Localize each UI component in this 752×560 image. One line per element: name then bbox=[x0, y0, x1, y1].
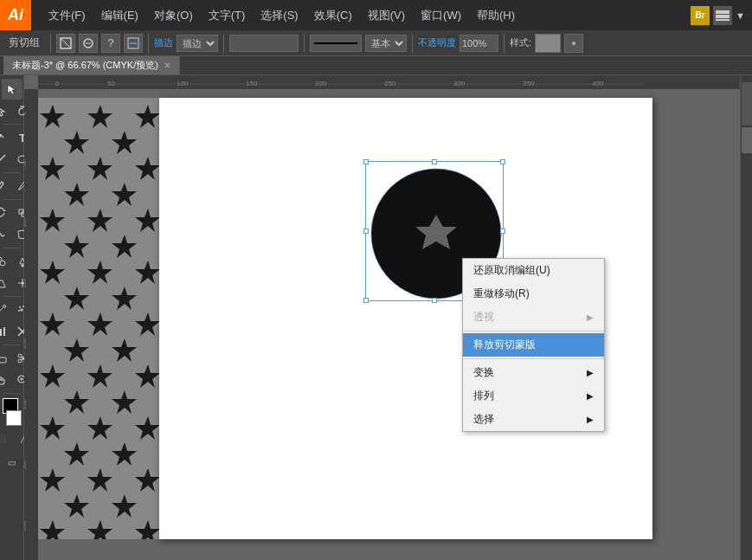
menu-window[interactable]: 窗口(W) bbox=[414, 4, 468, 27]
ctx-perspective: 透视 ▶ bbox=[463, 306, 604, 329]
blend-tool[interactable] bbox=[0, 299, 11, 320]
svg-marker-20 bbox=[0, 280, 5, 287]
workspace-arrow[interactable]: ▼ bbox=[736, 10, 745, 21]
tool-sep4 bbox=[3, 248, 21, 248]
warp-tool[interactable] bbox=[0, 224, 11, 245]
svg-line-26 bbox=[0, 308, 3, 312]
svg-text:300: 300 bbox=[453, 80, 466, 87]
edit-icon[interactable] bbox=[124, 34, 143, 53]
style-label: 样式: bbox=[510, 36, 531, 49]
tool-sep6 bbox=[3, 344, 21, 345]
svg-text:0: 0 bbox=[24, 112, 27, 115]
svg-rect-0 bbox=[716, 10, 730, 14]
menu-file[interactable]: 文件(F) bbox=[42, 4, 93, 27]
perspective-arrow: ▶ bbox=[587, 312, 594, 322]
tab-title: 未标题-3* @ 66.67% (CMYK/预览) bbox=[12, 59, 158, 72]
svg-text:350: 350 bbox=[523, 80, 535, 87]
sep6 bbox=[504, 34, 505, 53]
bridge-icon[interactable]: Br bbox=[691, 6, 710, 25]
line-style[interactable] bbox=[310, 35, 362, 52]
toolbar-label: 剪切组 bbox=[3, 35, 45, 50]
tabbar: 未标题-3* @ 66.67% (CMYK/预览) ✕ bbox=[0, 56, 752, 75]
perspective-tool[interactable] bbox=[0, 273, 11, 293]
sep1 bbox=[50, 34, 51, 53]
column-graph-tool[interactable] bbox=[0, 321, 11, 342]
vertical-ruler: 0 50 100 150 200 250 300 350 bbox=[24, 89, 38, 560]
select-tool[interactable] bbox=[2, 79, 22, 100]
tab-close-btn[interactable]: ✕ bbox=[164, 61, 170, 70]
svg-rect-57 bbox=[24, 89, 38, 560]
help-icon[interactable]: ? bbox=[101, 34, 120, 53]
svg-text:0: 0 bbox=[55, 80, 60, 87]
main-area: T bbox=[0, 75, 752, 560]
active-tab[interactable]: 未标题-3* @ 66.67% (CMYK/预览) ✕ bbox=[3, 56, 180, 74]
menu-select[interactable]: 选择(S) bbox=[254, 4, 305, 27]
style-swatch[interactable] bbox=[535, 34, 561, 53]
svg-point-18 bbox=[0, 261, 5, 266]
ctx-arrange[interactable]: 排列 ▶ bbox=[463, 384, 604, 408]
tool-sep7 bbox=[3, 393, 21, 394]
svg-rect-32 bbox=[0, 329, 2, 336]
ctx-undo[interactable]: 还原取消编组(U) bbox=[463, 259, 604, 282]
ctx-select[interactable]: 选择 ▶ bbox=[463, 408, 604, 431]
canvas-area: 0 50 100 150 200 250 300 350 400 0 50 10… bbox=[24, 75, 740, 560]
menu-edit[interactable]: 编辑(E) bbox=[94, 4, 145, 27]
menu-effect[interactable]: 效果(C) bbox=[307, 4, 359, 27]
mask-icon1[interactable] bbox=[56, 34, 75, 53]
svg-text:50: 50 bbox=[107, 80, 115, 87]
change-screen-mode[interactable]: ⬛ bbox=[0, 428, 11, 449]
menu-text[interactable]: 文字(T) bbox=[202, 4, 253, 27]
stroke-label: 描边 bbox=[154, 36, 173, 49]
color-selector[interactable] bbox=[0, 398, 24, 426]
svg-line-4 bbox=[61, 38, 71, 48]
rotate-tool[interactable] bbox=[0, 203, 11, 223]
stars-background bbox=[38, 98, 164, 539]
left-toolbar: T bbox=[0, 75, 24, 560]
svg-point-29 bbox=[21, 309, 23, 312]
workspace-icon[interactable] bbox=[713, 6, 732, 25]
arrange-arrow: ▶ bbox=[587, 391, 594, 401]
pen-tool[interactable] bbox=[0, 127, 11, 148]
svg-text:50: 50 bbox=[24, 160, 27, 167]
svg-text:250: 250 bbox=[24, 399, 27, 409]
svg-text:400: 400 bbox=[592, 80, 604, 87]
horizontal-ruler: 0 50 100 150 200 250 300 350 400 bbox=[38, 75, 740, 89]
menu-view[interactable]: 视图(V) bbox=[361, 4, 412, 27]
sep5 bbox=[412, 34, 413, 53]
extra-btn[interactable]: ● bbox=[564, 34, 583, 53]
ctx-redo[interactable]: 重做移动(R) bbox=[463, 282, 604, 306]
opacity-input[interactable]: 100% bbox=[460, 35, 498, 52]
svg-text:200: 200 bbox=[315, 80, 327, 87]
right-panel bbox=[740, 75, 752, 560]
line-select[interactable]: 基本 bbox=[365, 35, 407, 52]
ai-logo: Ai bbox=[0, 0, 31, 30]
ctx-transform[interactable]: 变换 ▶ bbox=[463, 361, 604, 384]
panel-placeholder bbox=[742, 82, 752, 126]
svg-point-39 bbox=[18, 359, 22, 363]
line-tool[interactable] bbox=[0, 149, 11, 170]
transform-arrow: ▶ bbox=[587, 368, 594, 377]
hand-tool[interactable] bbox=[0, 370, 11, 390]
svg-line-10 bbox=[0, 155, 5, 164]
mask-icon2[interactable] bbox=[79, 34, 98, 53]
svg-rect-36 bbox=[0, 357, 6, 363]
opacity-label: 不透明度 bbox=[418, 36, 456, 49]
direct-select-tool[interactable] bbox=[0, 100, 11, 121]
eraser-tool[interactable] bbox=[0, 348, 11, 369]
background-color[interactable] bbox=[6, 410, 22, 426]
shape-builder-tool[interactable] bbox=[0, 251, 11, 272]
screen-mode[interactable]: ▭ bbox=[2, 452, 22, 473]
stroke-value[interactable] bbox=[229, 35, 299, 52]
canvas-inner: 还原取消编组(U) 重做移动(R) 透视 ▶ 释放剪切蒙版 变换 ▶ bbox=[38, 89, 740, 560]
paintbrush-tool[interactable] bbox=[0, 176, 11, 196]
stroke-select[interactable]: 描边 bbox=[177, 35, 218, 52]
svg-text:100: 100 bbox=[177, 80, 189, 87]
menu-object[interactable]: 对象(O) bbox=[147, 4, 200, 27]
svg-point-27 bbox=[19, 306, 21, 308]
svg-text:250: 250 bbox=[384, 80, 396, 87]
menu-help[interactable]: 帮助(H) bbox=[470, 4, 522, 27]
ctx-release-clipping[interactable]: 释放剪切蒙版 bbox=[463, 333, 604, 357]
sep3 bbox=[223, 34, 224, 53]
svg-text:150: 150 bbox=[246, 80, 258, 87]
context-menu: 还原取消编组(U) 重做移动(R) 透视 ▶ 释放剪切蒙版 变换 ▶ bbox=[462, 258, 605, 432]
